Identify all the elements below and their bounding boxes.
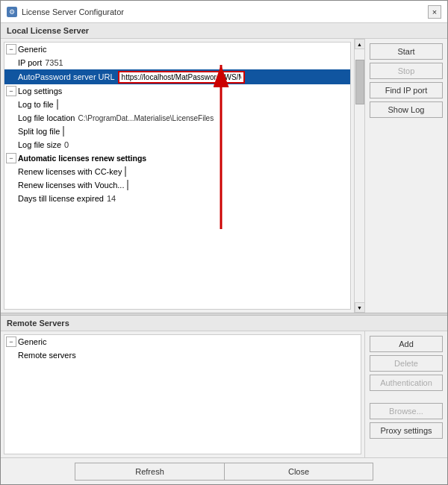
tree-row: − Generic — [4, 43, 350, 56]
tree-label-log-size: Log file size — [18, 140, 61, 149]
tree-row: − Automatic licenses renew settings — [4, 151, 350, 165]
tree-label-generic: Generic — [18, 45, 47, 54]
scroll-up-arrow[interactable]: ▲ — [355, 39, 365, 49]
add-button[interactable]: Add — [370, 336, 443, 352]
tree-value-ip-port: 7351 — [45, 58, 63, 67]
bottom-bar: Refresh Close — [1, 457, 447, 484]
autopassword-url-input[interactable] — [118, 71, 245, 84]
renew-voucher-checkbox[interactable] — [127, 180, 128, 190]
browse-button[interactable]: Browse... — [370, 403, 443, 419]
remote-section: Remote Servers − Generic — [1, 316, 447, 457]
tree-row: Renew licenses with CC-key — [4, 165, 350, 178]
tree-row: Remote servers — [4, 348, 361, 362]
local-right-panel: Start Stop Find IP port Show Log — [365, 39, 447, 313]
tree-value-log-location: C:\ProgramDat...Materialise\LicenseFiles — [78, 114, 214, 122]
delete-button[interactable]: Delete — [370, 355, 443, 372]
tree-label-renew-cc: Renew licenses with CC-key — [18, 167, 122, 176]
scroll-thumb[interactable] — [355, 60, 364, 104]
split-log-checkbox[interactable] — [63, 126, 64, 137]
tree-row: Log file location C:\ProgramDat...Materi… — [4, 111, 350, 125]
window-icon: ⚙ — [7, 7, 17, 17]
tree-label-autopassword: AutoPassword server URL — [18, 72, 115, 81]
tree-value-log-size: 0 — [64, 140, 69, 149]
tree-label-auto-renew: Automatic licenses renew settings — [18, 154, 146, 163]
proxy-settings-button[interactable]: Proxy settings — [370, 422, 443, 439]
tree-label-remote-generic: Generic — [18, 337, 47, 346]
tree-label-renew-voucher: Renew licenses with Vouch... — [18, 181, 124, 190]
tree-label-ip-port: IP port — [18, 58, 42, 67]
local-scrollbar: ▲ ▼ — [354, 39, 364, 313]
tree-label-split-log: Split log file — [18, 127, 60, 136]
tree-label-days-expired: Days till license expired — [18, 194, 104, 203]
authentication-button[interactable]: Authentication — [370, 375, 443, 391]
close-button[interactable]: Close — [224, 463, 373, 481]
local-section-header: Local License Server — [1, 23, 447, 39]
remote-tree-wrapper: − Generic Remote servers — [1, 331, 364, 457]
tree-row: Log file size 0 — [4, 138, 350, 151]
local-panel: − Generic IP port 7351 — [1, 39, 447, 313]
remote-section-header: Remote Servers — [1, 316, 447, 331]
remote-panel: − Generic Remote servers — [1, 331, 447, 457]
tree-row: − Log settings — [4, 84, 350, 98]
local-tree: − Generic IP port 7351 — [4, 42, 351, 310]
expand-auto-renew[interactable]: − — [6, 153, 16, 163]
title-bar: ⚙ License Server Configurator × — [1, 1, 447, 23]
remote-tree: − Generic Remote servers — [4, 334, 361, 454]
window-content: Local License Server − Generic — [1, 23, 447, 484]
renew-cc-checkbox[interactable] — [125, 166, 126, 177]
tree-row: Renew licenses with Vouch... — [4, 178, 350, 192]
main-window: ⚙ License Server Configurator × Local Li… — [0, 0, 448, 485]
stop-button[interactable]: Stop — [370, 63, 443, 79]
log-to-file-checkbox[interactable] — [57, 99, 58, 110]
spacer — [370, 394, 443, 400]
tree-row: Split log file — [4, 125, 350, 138]
tree-label-remote-servers: Remote servers — [18, 351, 76, 360]
tree-label-log-to-file: Log to file — [18, 100, 54, 109]
start-button[interactable]: Start — [370, 43, 443, 60]
expand-log-settings[interactable]: − — [6, 86, 16, 96]
scroll-down-arrow[interactable]: ▼ — [355, 302, 365, 313]
tree-value-days-expired: 14 — [107, 194, 116, 203]
local-tree-wrapper: − Generic IP port 7351 — [1, 39, 364, 313]
tree-row: Log to file — [4, 98, 350, 111]
remote-left-panel: − Generic Remote servers — [1, 331, 365, 457]
window-title: License Server Configurator — [22, 7, 124, 16]
expand-generic[interactable]: − — [6, 44, 16, 54]
tree-row: IP port 7351 — [4, 56, 350, 69]
close-window-button[interactable]: × — [428, 5, 441, 19]
tree-row: Days till license expired 14 — [4, 192, 350, 205]
title-bar-left: ⚙ License Server Configurator — [7, 7, 124, 17]
expand-remote-generic[interactable]: − — [6, 337, 16, 347]
show-log-button[interactable]: Show Log — [370, 101, 443, 118]
tree-label-log-location: Log file location — [18, 113, 75, 122]
tree-label-log-settings: Log settings — [18, 87, 62, 96]
local-left-panel: − Generic IP port 7351 — [1, 39, 365, 313]
find-ip-button[interactable]: Find IP port — [370, 82, 443, 98]
refresh-button[interactable]: Refresh — [75, 463, 224, 481]
remote-right-panel: Add Delete Authentication Browse... Prox… — [365, 331, 447, 457]
tree-row-autopassword[interactable]: AutoPassword server URL — [4, 69, 350, 84]
tree-row: − Generic — [4, 335, 361, 348]
